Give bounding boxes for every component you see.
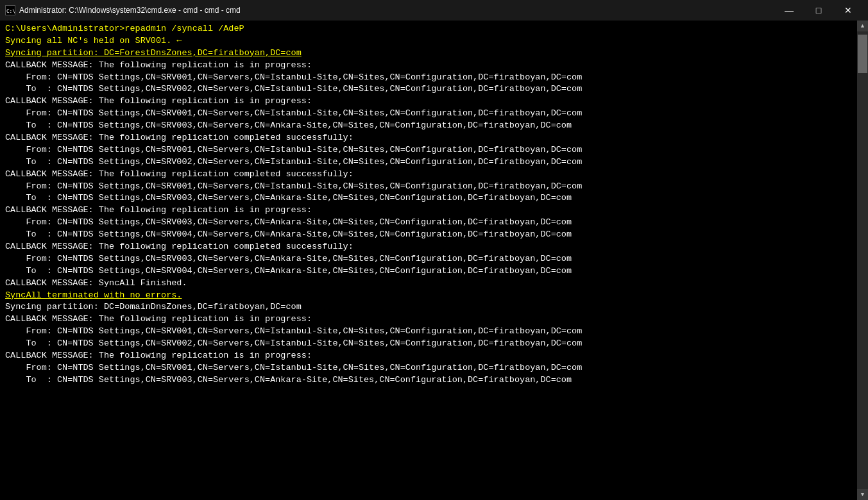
title-bar-left: C:\ Administrator: C:\Windows\system32\c… bbox=[5, 5, 241, 15]
terminal-line: SyncAll terminated with no errors. bbox=[5, 290, 852, 302]
terminal-line: CALLBACK MESSAGE: The following replicat… bbox=[5, 241, 852, 253]
terminal-line: To : CN=NTDS Settings,CN=SRV003,CN=Serve… bbox=[5, 120, 852, 132]
minimize-button[interactable]: — bbox=[774, 0, 804, 21]
terminal-line: To : CN=NTDS Settings,CN=SRV003,CN=Serve… bbox=[5, 192, 852, 204]
terminal-line: To : CN=NTDS Settings,CN=SRV002,CN=Serve… bbox=[5, 338, 852, 350]
terminal-line: To : CN=NTDS Settings,CN=SRV002,CN=Serve… bbox=[5, 83, 852, 96]
scroll-thumb[interactable] bbox=[858, 35, 867, 73]
terminal-output[interactable]: C:\Users\Administrator>repadmin /syncall… bbox=[0, 21, 857, 500]
terminal-line: CALLBACK MESSAGE: SyncAll Finished. bbox=[5, 278, 852, 290]
terminal-line: CALLBACK MESSAGE: The following replicat… bbox=[5, 60, 852, 72]
terminal-line: From: CN=NTDS Settings,CN=SRV001,CN=Serv… bbox=[5, 72, 852, 84]
terminal-line: CALLBACK MESSAGE: The following replicat… bbox=[5, 96, 852, 108]
title-bar-buttons: — □ ✕ bbox=[774, 0, 863, 21]
terminal-line: Syncing all NC's held on SRV001. ← bbox=[5, 35, 852, 47]
terminal-line: From: CN=NTDS Settings,CN=SRV001,CN=Serv… bbox=[5, 144, 852, 156]
scroll-up-arrow[interactable]: ▲ bbox=[857, 21, 868, 31]
svg-text:C:\: C:\ bbox=[6, 8, 15, 14]
terminal-line: Syncing partition: DC=DomainDnsZones,DC=… bbox=[5, 301, 852, 313]
terminal-line: CALLBACK MESSAGE: The following replicat… bbox=[5, 350, 852, 362]
terminal-line: CALLBACK MESSAGE: The following replicat… bbox=[5, 204, 852, 217]
scroll-down-arrow[interactable]: ▼ bbox=[857, 489, 868, 500]
arrow-icon: ← bbox=[176, 36, 182, 46]
window: C:\ Administrator: C:\Windows\system32\c… bbox=[0, 0, 868, 500]
content-area: C:\Users\Administrator>repadmin /syncall… bbox=[0, 21, 868, 500]
terminal-line: CALLBACK MESSAGE: The following replicat… bbox=[5, 313, 852, 326]
terminal-line: To : CN=NTDS Settings,CN=SRV003,CN=Serve… bbox=[5, 374, 852, 387]
terminal-line: CALLBACK MESSAGE: The following replicat… bbox=[5, 132, 852, 144]
terminal-line: From: CN=NTDS Settings,CN=SRV001,CN=Serv… bbox=[5, 362, 852, 374]
title-bar: C:\ Administrator: C:\Windows\system32\c… bbox=[0, 0, 868, 21]
terminal-line: From: CN=NTDS Settings,CN=SRV003,CN=Serv… bbox=[5, 217, 852, 229]
terminal-line: From: CN=NTDS Settings,CN=SRV001,CN=Serv… bbox=[5, 326, 852, 338]
scroll-track[interactable] bbox=[857, 31, 868, 489]
terminal-line: To : CN=NTDS Settings,CN=SRV004,CN=Serve… bbox=[5, 229, 852, 241]
maximize-button[interactable]: □ bbox=[804, 0, 833, 21]
terminal-line: From: CN=NTDS Settings,CN=SRV001,CN=Serv… bbox=[5, 181, 852, 193]
close-button[interactable]: ✕ bbox=[833, 0, 863, 21]
terminal-line: C:\Users\Administrator>repadmin /syncall… bbox=[5, 23, 852, 35]
terminal-line: To : CN=NTDS Settings,CN=SRV004,CN=Serve… bbox=[5, 265, 852, 278]
terminal-line: CALLBACK MESSAGE: The following replicat… bbox=[5, 169, 852, 181]
cmd-icon: C:\ bbox=[5, 5, 15, 15]
terminal-line: From: CN=NTDS Settings,CN=SRV003,CN=Serv… bbox=[5, 253, 852, 265]
scrollbar[interactable]: ▲ ▼ bbox=[857, 21, 868, 500]
terminal-line: Syncing partition: DC=ForestDnsZones,DC=… bbox=[5, 47, 852, 60]
window-title: Administrator: C:\Windows\system32\cmd.e… bbox=[19, 6, 241, 15]
terminal-line: From: CN=NTDS Settings,CN=SRV001,CN=Serv… bbox=[5, 108, 852, 120]
terminal-line: To : CN=NTDS Settings,CN=SRV002,CN=Serve… bbox=[5, 156, 852, 169]
